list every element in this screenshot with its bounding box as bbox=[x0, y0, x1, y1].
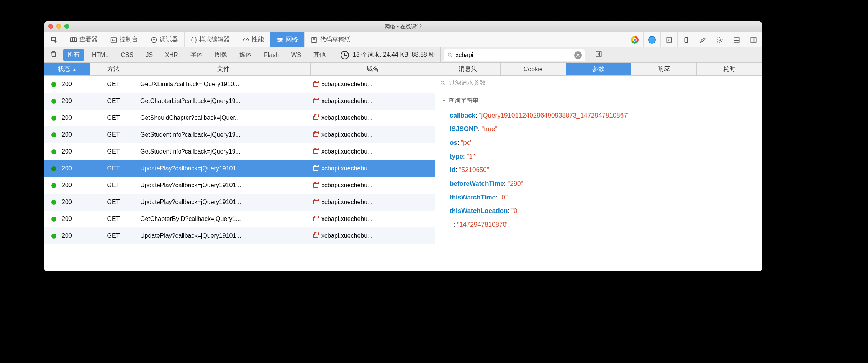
param-key: thisWatchTime bbox=[450, 194, 496, 201]
eyedropper-button[interactable] bbox=[694, 32, 711, 47]
request-list-pane: 状态▲ 方法 文件 域名 200GETGetJXLimits?callback=… bbox=[44, 63, 435, 271]
request-row[interactable]: 200GETUpdatePlay?callback=jQuery19101...… bbox=[44, 227, 435, 244]
file-cell: GetStudentInfo?callback=jQuery19... bbox=[136, 131, 309, 138]
domain-cell: xcbapi.xuechebu... bbox=[309, 148, 435, 155]
request-row[interactable]: 200GETUpdatePlay?callback=jQuery19101...… bbox=[44, 177, 435, 194]
tab-headers[interactable]: 消息头 bbox=[435, 63, 501, 75]
status-dot-icon bbox=[51, 217, 56, 222]
status-dot-icon bbox=[51, 183, 56, 188]
tab-cookie[interactable]: Cookie bbox=[501, 63, 566, 75]
filter-all[interactable]: 所有 bbox=[63, 49, 84, 60]
param-filter-box[interactable]: 过滤请求参数 bbox=[435, 76, 762, 90]
param-key: callback bbox=[450, 112, 475, 119]
col-status[interactable]: 状态▲ bbox=[44, 63, 90, 75]
request-row[interactable]: 200GETUpdatePlay?callback=jQuery19101...… bbox=[44, 160, 435, 177]
method-cell: GET bbox=[90, 148, 136, 155]
tab-response[interactable]: 响应 bbox=[631, 63, 697, 75]
safari-button[interactable] bbox=[644, 32, 661, 47]
request-row[interactable]: 200GETGetStudentInfo?callback=jQuery19..… bbox=[44, 126, 435, 143]
tab-inspector[interactable]: 查看器 bbox=[64, 32, 104, 47]
param-key: thisWatchLocation bbox=[450, 207, 508, 214]
method-cell: GET bbox=[90, 165, 136, 172]
method-cell: GET bbox=[90, 199, 136, 206]
chrome-button[interactable] bbox=[626, 32, 644, 47]
method-cell: GET bbox=[90, 98, 136, 105]
insecure-icon bbox=[313, 82, 318, 87]
settings-button[interactable] bbox=[711, 32, 728, 47]
request-row[interactable]: 200GETGetJXLimits?callback=jQuery1910...… bbox=[44, 76, 435, 93]
clear-button[interactable] bbox=[47, 50, 60, 60]
insecure-icon bbox=[313, 217, 318, 221]
network-stats: 13 个请求, 24.44 KB, 88.58 秒 bbox=[335, 47, 441, 62]
toggle-details-button[interactable] bbox=[591, 51, 606, 59]
filter-xhr[interactable]: XHR bbox=[160, 50, 183, 60]
filter-ws[interactable]: WS bbox=[287, 50, 306, 60]
param-value: "jQuery191011240296490938873_14729478108… bbox=[479, 112, 630, 119]
tab-debugger[interactable]: 调试器 bbox=[144, 32, 185, 47]
col-domain[interactable]: 域名 bbox=[311, 63, 435, 75]
filter-html[interactable]: HTML bbox=[87, 50, 113, 60]
clock-icon bbox=[341, 51, 349, 59]
traffic-lights bbox=[48, 24, 69, 29]
svg-point-26 bbox=[448, 53, 451, 56]
param-filter-placeholder: 过滤请求参数 bbox=[449, 79, 486, 87]
file-cell: UpdatePlay?callback=jQuery19101... bbox=[136, 199, 309, 206]
request-row[interactable]: 200GETGetChapterByID?callback=jQuery1...… bbox=[44, 211, 435, 227]
tab-performance[interactable]: 性能 bbox=[236, 32, 270, 47]
filter-other[interactable]: 其他 bbox=[309, 49, 330, 60]
filter-css[interactable]: CSS bbox=[116, 50, 138, 60]
responsive-mode-button[interactable] bbox=[678, 32, 694, 47]
svg-rect-3 bbox=[111, 38, 117, 42]
minimize-window-button[interactable] bbox=[56, 24, 61, 29]
zoom-window-button[interactable] bbox=[64, 24, 69, 29]
request-row[interactable]: 200GETUpdatePlay?callback=jQuery19101...… bbox=[44, 194, 435, 211]
svg-point-30 bbox=[441, 81, 444, 84]
sort-asc-icon: ▲ bbox=[72, 67, 77, 72]
status-code: 200 bbox=[62, 182, 72, 189]
domain-cell: xcbapi.xuechebu... bbox=[309, 114, 435, 121]
braces-icon: { } bbox=[191, 36, 197, 44]
svg-rect-13 bbox=[279, 41, 280, 42]
filter-fonts[interactable]: 字体 bbox=[186, 49, 207, 60]
param-row: beforeWatchTime: "290" bbox=[442, 177, 755, 191]
param-row: _: "1472947810870" bbox=[442, 218, 755, 232]
domain-cell: xcbapi.xuechebu... bbox=[309, 81, 435, 88]
tab-params[interactable]: 参数 bbox=[566, 63, 632, 75]
filter-flash[interactable]: Flash bbox=[259, 50, 283, 60]
status-dot-icon bbox=[51, 149, 56, 154]
file-cell: GetChapterList?callback=jQuery19... bbox=[136, 98, 309, 105]
tab-style-editor[interactable]: { } 样式编辑器 bbox=[185, 32, 236, 47]
file-cell: GetShouldChapter?callback=jQuer... bbox=[136, 114, 309, 121]
filter-js[interactable]: JS bbox=[141, 50, 157, 60]
insecure-icon bbox=[313, 183, 318, 188]
col-method[interactable]: 方法 bbox=[90, 63, 136, 75]
request-table: 200GETGetJXLimits?callback=jQuery1910...… bbox=[44, 76, 435, 271]
tab-network[interactable]: 网络 bbox=[270, 32, 305, 47]
request-row[interactable]: 200GETGetShouldChapter?callback=jQuer...… bbox=[44, 110, 435, 126]
param-key: type bbox=[450, 153, 463, 160]
col-file[interactable]: 文件 bbox=[136, 63, 311, 75]
param-value: "5210650" bbox=[459, 166, 489, 173]
clear-filter-button[interactable]: ✕ bbox=[574, 51, 582, 59]
svg-rect-22 bbox=[734, 38, 739, 42]
tab-timings[interactable]: 耗时 bbox=[697, 63, 762, 75]
filter-media[interactable]: 媒体 bbox=[235, 49, 256, 60]
dock-right-button[interactable] bbox=[745, 32, 762, 47]
split-console-button[interactable] bbox=[661, 32, 678, 47]
details-pane: 消息头 Cookie 参数 响应 耗时 过滤请求参数 查询字符串 callbac… bbox=[435, 63, 762, 271]
param-row: ISJSONP: "true" bbox=[442, 122, 755, 136]
filter-images[interactable]: 图像 bbox=[210, 49, 232, 60]
request-row[interactable]: 200GETGetStudentInfo?callback=jQuery19..… bbox=[44, 143, 435, 160]
query-string-section[interactable]: 查询字符串 bbox=[442, 94, 755, 107]
tab-scratchpad[interactable]: 代码草稿纸 bbox=[305, 32, 357, 47]
dock-side-button[interactable] bbox=[728, 32, 745, 47]
element-picker-button[interactable] bbox=[44, 32, 64, 47]
svg-rect-18 bbox=[667, 38, 672, 42]
close-window-button[interactable] bbox=[48, 24, 53, 29]
filter-input[interactable] bbox=[455, 52, 572, 59]
request-row[interactable]: 200GETGetChapterList?callback=jQuery19..… bbox=[44, 93, 435, 110]
svg-line-27 bbox=[451, 56, 452, 57]
tab-style-editor-label: 样式编辑器 bbox=[199, 36, 230, 44]
tab-console[interactable]: 控制台 bbox=[104, 32, 144, 47]
filter-input-box[interactable]: ✕ bbox=[444, 49, 585, 61]
